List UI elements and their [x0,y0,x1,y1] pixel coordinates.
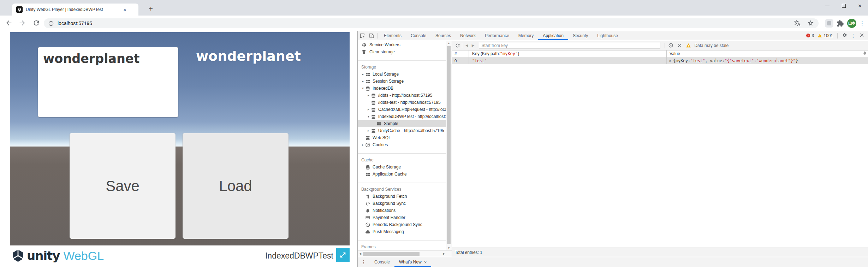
sidebar-item-payment-handler[interactable]: Payment Handler [358,214,446,221]
unity-canvas[interactable]: wonderplanet wonderplanet Save Load [10,32,350,245]
sidebar-item-periodic-background-sync[interactable]: Periodic Background Sync [358,221,446,228]
column-header-index[interactable]: # [452,51,469,57]
prev-page-button[interactable]: ◀ [464,43,470,47]
chevron-right-icon[interactable]: ▸ [366,94,371,97]
scrollbar-thumb[interactable] [447,46,451,244]
close-icon[interactable]: × [424,260,427,265]
sidebar-item-web-sql[interactable]: Web SQL [358,134,446,141]
browser-tab[interactable]: Unity WebGL Player | IndexedDBWPTest × [12,4,138,16]
sidebar-item-local-storage[interactable]: ▸ Local Storage [358,71,446,78]
sidebar-item-application-cache[interactable]: Application Cache [358,171,446,178]
sidebar-item-indexeddb[interactable]: ▾ IndexedDB [358,85,446,92]
chevron-right-icon[interactable]: ▶ [670,59,671,63]
chevron-right-icon[interactable]: ▸ [361,143,365,147]
scroll-up-icon[interactable]: ▲ [446,41,452,46]
save-text-input[interactable]: wonderplanet [38,47,178,117]
start-from-key-input[interactable] [479,42,660,49]
reload-button[interactable] [32,19,41,28]
new-tab-button[interactable]: + [145,4,156,14]
column-header-key[interactable]: Key (Key path: "myKey") [469,51,667,57]
maximize-button[interactable] [836,0,852,11]
tab-close-icon[interactable]: × [123,7,126,12]
chevron-right-icon[interactable]: ▸ [361,72,365,76]
info-icon[interactable] [48,20,54,26]
chevron-down-icon[interactable]: ▾ [366,115,371,118]
section-background-services: Background Services Background Fetch Bac… [358,183,446,235]
tab-sources[interactable]: Sources [431,31,456,40]
chevron-right-icon[interactable]: ▸ [366,108,371,111]
sidebar-item-sample[interactable]: Sample [358,120,446,127]
warning-badge[interactable]: 1001 [818,33,833,38]
datagrid-row[interactable]: 0 "Test" ▶ {myKey: "Test", value: "{"sav… [452,57,868,64]
tab-performance[interactable]: Performance [480,31,514,40]
clock-icon [365,222,370,227]
drawer-menu-button[interactable]: ⋮ [358,259,370,265]
profile-avatar[interactable]: 山本 [847,19,856,28]
devtools-menu-button[interactable]: ⋮ [851,33,856,38]
sort-icon[interactable] [863,51,866,55]
minimize-button[interactable] [819,0,836,11]
drawer-tab-console[interactable]: Console [370,257,394,267]
address-bar[interactable]: localhost:57195 [44,18,819,28]
delete-selected-button[interactable] [677,43,682,48]
database-icon [371,107,376,112]
back-button[interactable] [5,19,13,28]
sidebar-item-cache-storage[interactable]: Cache Storage [358,164,446,171]
browser-menu-button[interactable]: ⋮ [860,20,864,26]
next-page-button[interactable]: ▶ [470,43,476,47]
sidebar-vertical-scrollbar[interactable]: ▲ ▼ [446,41,452,250]
chevron-right-icon[interactable]: ▸ [366,129,371,132]
error-badge[interactable]: 3 [806,33,814,38]
inspect-element-button[interactable] [358,31,367,40]
device-toolbar-button[interactable] [367,31,376,40]
url-text[interactable]: localhost:57195 [58,20,787,26]
bookmark-button[interactable] [807,20,814,27]
translate-button[interactable] [794,20,801,27]
forward-button[interactable] [18,19,27,28]
puzzle-icon[interactable] [837,20,844,27]
devtools-settings-button[interactable] [842,32,847,39]
tab-memory[interactable]: Memory [514,31,538,40]
clear-object-store-button[interactable] [668,43,673,48]
fullscreen-button[interactable] [336,248,350,262]
sidebar-item-background-sync[interactable]: Background Sync [358,200,446,207]
section-title: Storage [358,64,446,71]
scroll-right-icon[interactable]: ▶ [441,251,446,257]
devtools-close-button[interactable] [859,32,864,39]
refresh-button[interactable] [455,43,460,48]
tab-elements[interactable]: Elements [379,31,406,40]
sidebar-horizontal-scrollbar[interactable]: ◀ ▶ [358,250,452,257]
sidebar-item-indexeddbwptest[interactable]: ▾ IndexedDBWPTest - http://localhost:571… [358,113,446,120]
sidebar-item-cachedxmlhttprequest[interactable]: ▸ CachedXMLHttpRequest - http://localhos… [358,106,446,113]
sidebar-item-push-messaging[interactable]: Push Messaging [358,228,446,235]
extension-button[interactable] [825,19,833,28]
devtools-body: Service Workers Clear storage Storage ▸ … [358,41,868,257]
sidebar-item-service-workers[interactable]: Service Workers [358,41,446,48]
sidebar-item-idbfs-test[interactable]: /idbfs-test - http://localhost:57195 [358,99,446,106]
scrollbar-thumb[interactable] [363,252,420,256]
chevron-right-icon[interactable]: ▸ [361,79,365,83]
sidebar-item-notifications[interactable]: Notifications [358,207,446,214]
sidebar-item-idbfs[interactable]: ▸ /idbfs - http://localhost:57195 [358,92,446,99]
tab-security[interactable]: Security [568,31,593,40]
sidebar-item-session-storage[interactable]: ▸ Session Storage [358,78,446,85]
devtools-tabbar-right: 3 1001 ⋮ [806,32,868,39]
tab-application[interactable]: Application [538,31,568,40]
sidebar-item-background-fetch[interactable]: Background Fetch [358,193,446,200]
load-button[interactable]: Load [183,133,289,239]
column-header-value[interactable]: Value [667,51,868,57]
tab-lighthouse[interactable]: Lighthouse [593,31,623,40]
divider [837,33,838,38]
sidebar-item-clear-storage[interactable]: Clear storage [358,48,446,55]
scroll-left-icon[interactable]: ◀ [358,251,363,257]
scroll-down-icon[interactable]: ▼ [446,245,452,250]
chevron-down-icon[interactable]: ▾ [361,87,365,90]
close-button[interactable]: × [852,0,868,11]
tab-console[interactable]: Console [406,31,431,40]
drawer-tab-whats-new[interactable]: What's New × [394,257,431,267]
save-button[interactable]: Save [70,133,176,239]
row-value[interactable]: ▶ {myKey: "Test", value: "{"saveText":"w… [667,57,868,64]
sidebar-item-cookies[interactable]: ▸ Cookies [358,141,446,148]
sidebar-item-unitycache[interactable]: ▸ UnityCache - http://localhost:57195 [358,127,446,134]
tab-network[interactable]: Network [456,31,480,40]
